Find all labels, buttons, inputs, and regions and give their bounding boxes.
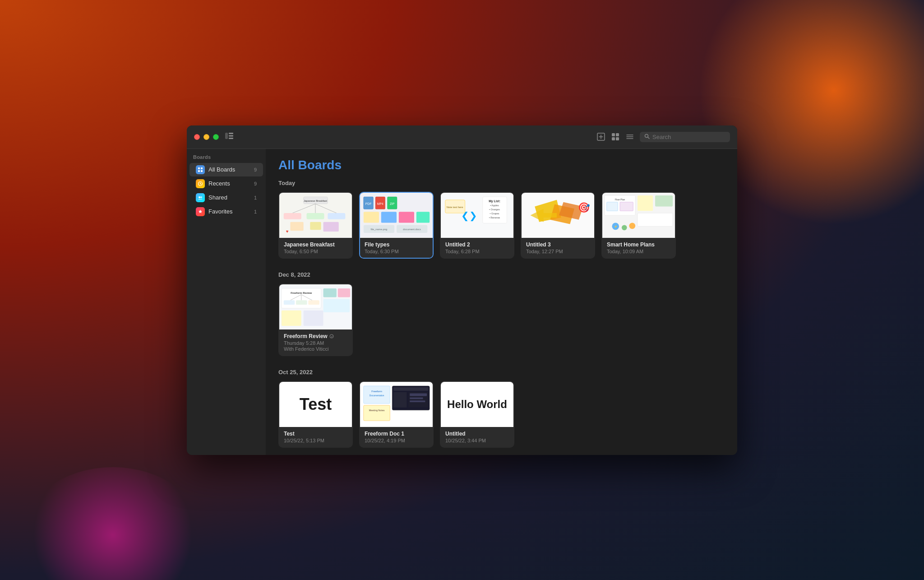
svg-rect-106 [410,393,427,396]
svg-rect-107 [410,397,423,399]
svg-rect-35 [310,222,321,230]
new-board-button[interactable] [596,132,605,141]
thumb-text-hello-world: Hello World [447,398,507,411]
board-card-test[interactable]: Test Test 10/25/22, 5:13 PM [278,381,353,448]
page-title: All Boards [278,158,725,172]
sidebar-item-all-boards[interactable]: All Boards 9 [189,163,263,176]
sidebar-item-shared[interactable]: Shared 1 [189,191,263,204]
board-thumbnail-freeform-review: Freeform Review [279,284,352,329]
svg-rect-10 [616,137,619,140]
board-name: File types [365,241,428,248]
board-thumbnail-untitled-2: My List: • Apples • Oranges • Grapes • B… [441,193,513,238]
svg-point-23 [199,196,200,198]
board-name: Untitled 3 [526,241,590,248]
svg-rect-1 [229,133,233,134]
boards-grid-today: Japanese Breakfast [278,192,725,259]
svg-text:♥: ♥ [286,229,289,234]
board-date: Today, 6:30 PM [365,249,428,254]
list-view-button[interactable] [625,132,634,141]
grid-view-button[interactable] [611,132,620,141]
board-name: Freeform Doc 1 [365,431,428,437]
board-card-freeform-review[interactable]: Freeform Review [278,283,353,356]
svg-rect-7 [612,133,615,136]
svg-rect-91 [323,288,337,297]
sidebar-item-favorites[interactable]: Favorites 1 [189,205,263,218]
svg-rect-46 [364,212,379,223]
svg-line-22 [200,184,201,185]
board-card-freeform-doc-1[interactable]: Freeform Documentation [359,381,434,448]
svg-rect-18 [198,170,200,172]
sidebar-item-label-shared: Shared [208,194,246,201]
board-name: Japanese Breakfast [284,241,347,248]
board-thumbnail-freeform-doc-1: Freeform Documentation [360,382,433,427]
section-oct-25-2022: Oct 25, 2022 Test Test 10/25/22, 5:13 PM [278,369,725,448]
svg-text:• Apples: • Apples [490,204,499,207]
svg-text:Meeting Notes: Meeting Notes [369,408,385,411]
svg-rect-89 [296,300,307,305]
svg-rect-93 [323,299,350,312]
board-card-smart-home-plans[interactable]: Floor Plan ⚡ [601,192,676,259]
sidebar: Boards All Boards 9 [187,149,266,455]
svg-rect-0 [225,133,228,139]
svg-text:🎯: 🎯 [578,202,590,213]
svg-rect-104 [393,392,407,407]
svg-text:Freeform Review: Freeform Review [291,291,312,294]
svg-rect-49 [416,212,430,223]
svg-text:Freeform: Freeform [371,390,382,392]
search-bar[interactable] [640,132,730,142]
sidebar-item-label-favorites: Favorites [208,208,246,215]
board-card-untitled-2[interactable]: My List: • Apples • Oranges • Grapes • B… [440,192,514,259]
svg-rect-103 [393,387,428,390]
board-card-japanese-breakfast[interactable]: Japanese Breakfast [278,192,353,259]
board-info-untitled-3: Untitled 3 Today, 12:27 PM [522,238,594,258]
recents-icon [196,179,205,188]
svg-rect-92 [338,288,350,297]
svg-text:• Oranges: • Oranges [489,208,500,211]
section-today: Today Japanese Breakfast [278,180,725,259]
search-input[interactable] [652,134,725,140]
svg-text:Japanese Breakfast: Japanese Breakfast [304,199,327,202]
close-button[interactable] [194,134,200,140]
all-boards-icon [196,165,205,174]
svg-rect-77 [638,213,673,226]
svg-rect-76 [655,195,673,206]
board-card-untitled[interactable]: Hello World Untitled 10/25/22, 3:44 PM [440,381,514,448]
maximize-button[interactable] [213,134,219,140]
svg-rect-88 [284,300,295,305]
board-thumbnail-untitled-3: 🎯 [522,193,594,238]
sidebar-item-badge-recents: 9 [249,181,257,186]
sidebar-section-label: Boards [187,154,266,162]
svg-rect-32 [306,213,324,219]
board-extra: With Federico Viticci [284,346,347,352]
sidebar-item-recents[interactable]: Recents 9 [189,177,263,190]
svg-rect-8 [616,133,619,136]
svg-text:MP4: MP4 [377,202,383,205]
svg-rect-16 [198,167,200,169]
svg-text:My List:: My List: [489,199,500,203]
svg-rect-31 [284,213,301,219]
svg-text:• Grapes: • Grapes [490,212,499,215]
board-info-freeform-review: Freeform Review ✓ Thursday 5:28 AM With … [279,329,352,355]
svg-rect-95 [304,310,323,325]
board-name: Untitled 2 [445,241,509,248]
board-thumbnail-smart-home-plans: Floor Plan ⚡ [602,193,675,238]
board-info-smart-home-plans: Smart Home Plans Today, 10:09 AM [602,238,675,258]
sidebar-item-badge-shared: 1 [249,195,257,200]
svg-text:Note text here: Note text here [447,206,463,209]
svg-rect-33 [328,213,345,219]
board-name: Smart Home Plans [607,241,670,248]
section-label-oct-25: Oct 25, 2022 [278,369,725,376]
svg-point-79 [622,225,627,230]
svg-rect-36 [323,222,339,231]
board-card-file-types[interactable]: PDF MP4 ZIP [359,192,434,259]
traffic-lights [194,134,219,140]
shared-icon [196,193,205,202]
board-card-untitled-3[interactable]: 🎯 Untitled 3 Today, 12:27 PM [521,192,595,259]
svg-rect-109 [364,405,390,420]
svg-rect-75 [638,195,653,211]
sidebar-toggle-button[interactable] [225,133,233,141]
minimize-button[interactable] [203,134,209,140]
svg-rect-74 [620,202,633,211]
sidebar-item-label-all-boards: All Boards [208,166,246,173]
svg-text:document.docx: document.docx [403,228,421,231]
